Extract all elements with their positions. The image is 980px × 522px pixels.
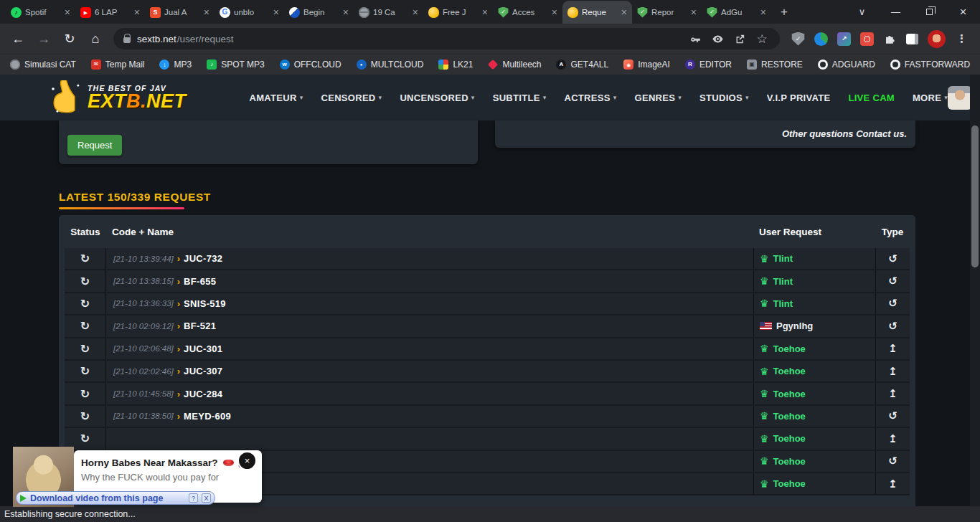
nav-item[interactable]: STUDIOS ▾	[699, 92, 749, 103]
extensions-puzzle-icon[interactable]	[883, 32, 897, 46]
browser-tab[interactable]: 6 LAP ×	[75, 1, 145, 24]
request-user-link[interactable]: Toehoe	[773, 366, 806, 376]
back-button[interactable]: ←	[6, 27, 30, 51]
tab-close-icon[interactable]: ×	[482, 7, 488, 17]
nav-item[interactable]: SUBTITLE ▾	[493, 92, 547, 103]
browser-menu-icon[interactable]: ⋮	[955, 32, 969, 46]
reload-button[interactable]: ↻	[57, 27, 82, 51]
browser-tab[interactable]: Jual A ×	[145, 1, 215, 24]
nav-item[interactable]: GENRES ▾	[635, 92, 682, 103]
request-user-link[interactable]: Toehoe	[773, 411, 806, 422]
browser-tab[interactable]: AdGu ×	[702, 1, 771, 24]
idm-extension-icon[interactable]	[814, 32, 828, 46]
request-user-link[interactable]: Pgynlhg	[776, 321, 813, 331]
bookmark-star-icon[interactable]: ☆	[754, 31, 770, 47]
nav-item[interactable]: UNCENSORED ▾	[400, 92, 474, 103]
request-code-link[interactable]: JUC-732	[184, 253, 222, 264]
tab-close-icon[interactable]: ×	[552, 7, 557, 17]
adguard-shield-icon[interactable]	[791, 32, 805, 46]
request-code-link[interactable]: BF-655	[184, 276, 216, 287]
browser-tab[interactable]: Free J ×	[423, 1, 493, 24]
refresh-icon[interactable]: ↺	[888, 409, 897, 422]
tab-close-icon[interactable]: ×	[343, 7, 349, 17]
idm-close-button[interactable]: X	[202, 493, 211, 503]
tab-close-icon[interactable]: ×	[65, 7, 70, 17]
bookmark-item[interactable]: OFFCLOUD	[280, 60, 341, 70]
request-user-link[interactable]: Toehoe	[773, 343, 806, 354]
refresh-icon[interactable]: ↺	[888, 275, 897, 288]
nav-item[interactable]: V.I.P PRIVATE ▾	[767, 92, 831, 103]
browser-tab[interactable]: unblo ×	[215, 1, 284, 24]
page-scrollbar-thumb[interactable]	[971, 125, 979, 267]
nav-item[interactable]: AMATEUR ▾	[250, 92, 303, 103]
browser-tab[interactable]: 19 Ca ×	[354, 1, 423, 24]
bookmark-item[interactable]: RESTORE	[747, 60, 803, 70]
idm-download-label[interactable]: Download video from this page	[30, 493, 185, 503]
request-code-link[interactable]: JUC-307	[184, 366, 222, 376]
upload-icon[interactable]: ↥	[888, 478, 897, 490]
minimize-button[interactable]: —	[879, 0, 913, 24]
site-logo[interactable]: THE BEST OF JAV EXTB.NET	[47, 80, 187, 115]
ad-close-button[interactable]: ×	[237, 451, 257, 470]
bookmark-item[interactable]: Temp Mail	[91, 60, 145, 70]
upload-icon[interactable]: ↥	[888, 387, 897, 400]
upload-icon[interactable]: ↥	[888, 342, 897, 355]
nav-item[interactable]: CENSORED ▾	[321, 92, 382, 103]
upload-icon[interactable]: ↥	[888, 432, 897, 445]
request-user-link[interactable]: Toehoe	[773, 478, 806, 489]
tab-close-icon[interactable]: ×	[204, 7, 209, 17]
contact-note-link[interactable]: Other questions Contact us.	[782, 128, 907, 139]
request-user-link[interactable]: Toehoe	[773, 433, 806, 444]
request-user-link[interactable]: Toehoe	[773, 456, 806, 467]
request-code-link[interactable]: JUC-284	[184, 389, 222, 399]
tab-close-icon[interactable]: ×	[134, 7, 140, 17]
upload-icon[interactable]: ↥	[888, 365, 897, 378]
bookmark-item[interactable]: SPOT MP3	[207, 60, 264, 70]
profile-avatar[interactable]	[928, 30, 946, 48]
bookmark-item[interactable]: EDITOR	[685, 60, 732, 70]
idm-help-button[interactable]: ?	[189, 493, 198, 503]
browser-tab[interactable]: Reque ×	[562, 1, 632, 24]
password-key-icon[interactable]	[687, 31, 703, 47]
bookmark-item[interactable]: FASTFORWARD	[890, 60, 970, 70]
bookmark-item[interactable]: Multileech	[488, 60, 541, 70]
eye-icon[interactable]	[710, 31, 725, 47]
nav-item[interactable]: MORE ▾	[913, 92, 948, 103]
idm-download-bar[interactable]: Download video from this page ? X	[16, 491, 215, 505]
close-window-button[interactable]: ×	[946, 0, 980, 24]
new-tab-button[interactable]: +	[774, 2, 794, 22]
browser-tab[interactable]: Begin ×	[284, 1, 354, 24]
tab-close-icon[interactable]: ×	[273, 7, 279, 17]
refresh-icon[interactable]: ↺	[888, 252, 897, 265]
bookmark-item[interactable]: ImageAI	[623, 60, 670, 70]
request-code-link[interactable]: MEYD-609	[184, 411, 231, 422]
bookmark-item[interactable]: LK21	[438, 60, 473, 70]
request-user-link[interactable]: Tlint	[773, 253, 793, 264]
restore-button[interactable]	[913, 0, 946, 24]
request-user-link[interactable]: Toehoe	[773, 389, 806, 399]
bookmark-item[interactable]: MULTCLOUD	[357, 60, 424, 70]
tab-close-icon[interactable]: ×	[621, 7, 627, 17]
tab-search-icon[interactable]: ∨	[845, 0, 879, 24]
request-user-link[interactable]: Tlint	[773, 298, 793, 309]
browser-tab[interactable]: Acces ×	[493, 1, 562, 24]
bookmark-item[interactable]: MP3	[159, 60, 192, 70]
forward-button[interactable]: →	[32, 27, 56, 51]
bookmark-item[interactable]: GET4ALL	[556, 60, 608, 70]
browser-tab[interactable]: Repor ×	[632, 1, 702, 24]
bookmark-item[interactable]: Simulasi CAT	[10, 60, 76, 70]
home-button[interactable]: ⌂	[83, 27, 108, 51]
address-bar[interactable]: sextb.net /user/request ☆	[113, 28, 780, 49]
request-user-link[interactable]: Tlint	[773, 276, 793, 287]
camera-extension-icon[interactable]	[860, 32, 874, 46]
nav-item[interactable]: LIVE CAM ▾	[848, 92, 895, 103]
request-submit-button[interactable]: Request	[67, 135, 122, 156]
request-code-link[interactable]: BF-521	[184, 321, 216, 331]
browser-tab[interactable]: Spotif ×	[6, 1, 75, 24]
page-scrollbar-track[interactable]	[970, 75, 980, 522]
lock-icon[interactable]	[123, 37, 131, 43]
share-icon[interactable]	[732, 31, 748, 47]
tab-close-icon[interactable]: ×	[691, 7, 697, 17]
refresh-icon[interactable]: ↺	[888, 455, 897, 468]
tab-close-icon[interactable]: ×	[413, 7, 418, 17]
